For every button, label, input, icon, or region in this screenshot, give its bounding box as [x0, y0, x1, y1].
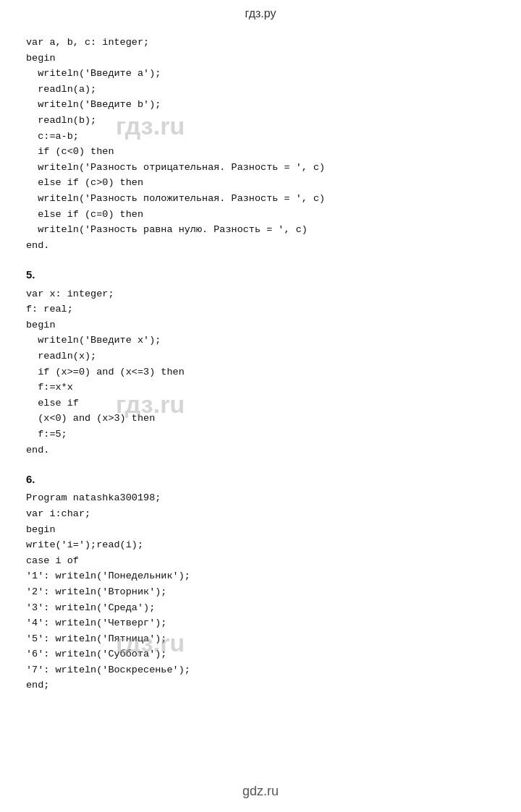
section6-container: 6. Program natashka300198; var i:char; b…: [26, 471, 495, 693]
section5-number: 5.: [26, 266, 495, 283]
section5-code: var x: integer; f: real; begin writeln('…: [26, 286, 495, 458]
section5-container: 5. var x: integer; f: real; begin writel…: [26, 266, 495, 458]
main-content: var a, b, c: integer; begin writeln('Вве…: [0, 25, 521, 715]
footer-site-label: gdz.ru: [242, 784, 279, 799]
section6-number: 6.: [26, 471, 495, 487]
site-header: гдз.ру: [0, 0, 521, 25]
section6-code: Program natashka300198; var i:char; begi…: [26, 490, 495, 693]
header-site-label: гдз.ру: [245, 7, 276, 20]
section4-code: var a, b, c: integer; begin writeln('Вве…: [26, 35, 495, 253]
